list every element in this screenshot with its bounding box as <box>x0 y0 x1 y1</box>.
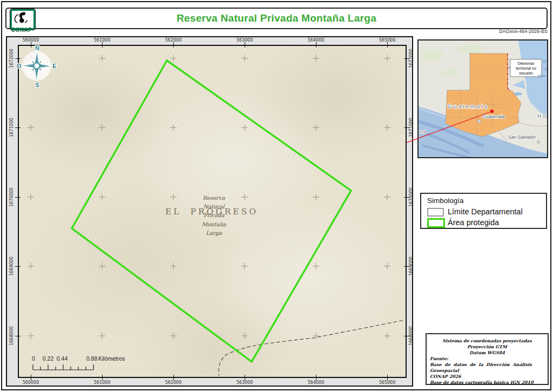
scale-label: 0.88 <box>86 355 97 362</box>
map-title: Reserva Natural Privada Montaña Larga <box>6 9 547 28</box>
sea-label-fragment: Hon <box>537 74 545 78</box>
axis-tick-right <box>404 266 409 267</box>
reserve-label-line: Reserva <box>201 194 226 202</box>
axis-tick-top <box>316 42 316 48</box>
axis-label-left: 1671000 <box>9 118 14 137</box>
conap-logo-text: CONAP <box>8 27 36 33</box>
map-sheet: Reserva Natural Privada Montaña Larga CO… <box>0 0 553 392</box>
department-name-label: EL PROGRESO <box>165 207 258 217</box>
crs-line: Sistema de coordenadas proyectadas <box>430 338 544 344</box>
axis-tick-bottom <box>316 375 316 380</box>
scale-label: 0.44 <box>57 355 68 362</box>
axis-tick-top <box>173 42 174 48</box>
legend-item-label: Límite Departamental <box>448 207 523 216</box>
country-label: G u a t e m a l a <box>448 104 488 110</box>
axis-label-bottom: 562000 <box>165 380 182 385</box>
scale-label: 0 <box>32 355 35 362</box>
header-bar: Reserva Natural Privada Montaña Larga <box>5 8 548 29</box>
territorial-note-line: Diferendo <box>517 61 534 66</box>
axis-tick-bottom <box>387 375 388 380</box>
axis-label-left: 1669000 <box>9 256 14 276</box>
territorial-note-line: territorial no <box>516 66 536 71</box>
axis-tick-right <box>404 197 409 198</box>
san-salvador-city-dot <box>537 141 540 144</box>
crs-line: Proyección GTM <box>430 344 544 350</box>
scale-bar: 0 0.22 0.44 0.88 Kilómetros <box>30 355 149 374</box>
legend-panel: Simbología Límite Departamental Área pro… <box>420 193 547 229</box>
source-line: Base de datos cartografía básica IGN 201… <box>430 380 544 386</box>
legend-title: Simbología <box>427 197 464 205</box>
axis-label-bottom: 564000 <box>308 380 325 385</box>
axis-tick-left <box>15 336 21 336</box>
axis-tick-left <box>15 197 21 198</box>
fuente-label: Fuente: <box>430 356 544 362</box>
axis-tick-right <box>404 127 409 128</box>
departmental-swatch-icon <box>427 208 444 217</box>
axis-tick-bottom <box>245 375 245 380</box>
scale-ruler-icon <box>30 363 100 371</box>
san-salvador-label: San Salvador <box>508 134 536 140</box>
compass-o-label: O <box>17 63 22 69</box>
axis-tick-bottom <box>173 375 174 380</box>
road-number-label: 721 <box>419 130 426 134</box>
axis-tick-bottom <box>102 375 103 380</box>
axis-tick-top <box>245 42 245 48</box>
departmental-boundary-line <box>219 320 404 376</box>
source-line: CONAP 2026 <box>430 374 544 380</box>
axis-label-bottom: 561000 <box>94 380 111 385</box>
axis-label-left: 1670000 <box>9 187 14 207</box>
compass-s-label: S <box>35 82 39 87</box>
axis-label-left: 1672000 <box>9 49 14 68</box>
inset-locator-map: Diferendo territorial no resuelto G u a … <box>417 39 548 158</box>
axis-tick-left <box>15 127 21 128</box>
compass-e-label: E <box>52 63 56 69</box>
axis-tick-top <box>387 42 388 48</box>
axis-label-left: 1668000 <box>9 326 14 346</box>
axis-label-bottom: 563000 <box>237 380 253 385</box>
compass-n-label: N <box>35 45 39 51</box>
credits-panel: Sistema de coordenadas proyectadas Proye… <box>426 333 549 385</box>
axis-tick-left <box>15 266 21 267</box>
axis-tick-right <box>404 58 409 59</box>
monkey-icon <box>12 11 30 25</box>
reserve-label-line: Larga <box>201 229 226 238</box>
honduras-label-fragment: H o <box>537 113 546 119</box>
capital-city-label: Guatemala <box>482 114 505 119</box>
source-line: Base de datos de la Dirección Análisis G… <box>430 362 544 374</box>
axis-tick-left <box>15 58 21 59</box>
document-id: DAGeos-464-2026-BS <box>499 29 548 34</box>
guatemala-city-dot <box>477 120 481 123</box>
axis-label-bottom: 565000 <box>379 380 396 385</box>
scale-unit-label: Kilómetros <box>98 355 125 362</box>
axis-tick-top <box>102 42 103 48</box>
axis-tick-right <box>404 336 409 336</box>
axis-tick-top <box>31 42 31 48</box>
axis-label-bottom: 560000 <box>23 380 39 385</box>
territorial-note-line: resuelto <box>519 71 533 76</box>
crs-line: Datum WGS84 <box>430 350 544 356</box>
compass-rose-icon: N E S O <box>15 44 58 87</box>
sea-label-fragment: G <box>543 59 547 64</box>
protected-area-swatch-icon <box>427 218 445 228</box>
axis-tick-bottom <box>31 375 31 380</box>
reserve-label-line: Montaña <box>201 220 226 229</box>
legend-item-label: Área protegida <box>448 218 499 227</box>
scale-label: 0.22 <box>43 355 53 362</box>
